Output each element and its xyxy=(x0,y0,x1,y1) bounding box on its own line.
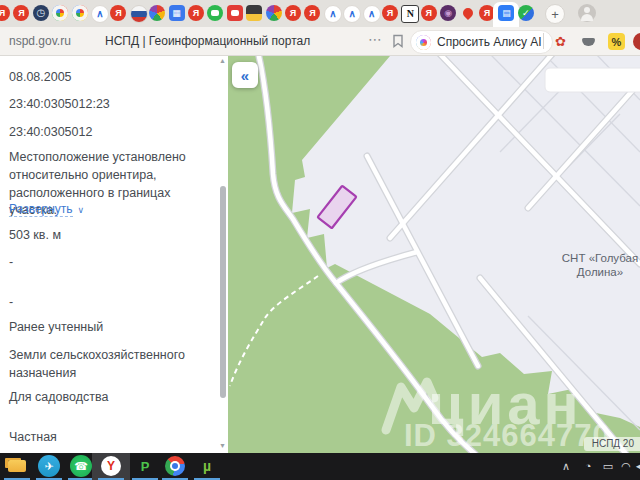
snt-label-line2: Долина» xyxy=(577,266,623,278)
alice-label: Спросить Алису AI xyxy=(437,35,542,49)
field-cadastral-quarter: 23:40:0305012 xyxy=(9,124,214,142)
ext-tray-app-icon[interactable] xyxy=(580,33,597,50)
alice-icon xyxy=(416,35,431,50)
watermark-id: ID 324664770 xyxy=(404,418,611,453)
taskbar: ✈☎YPµ∧◔▭◠◄) xyxy=(0,453,640,480)
field-status: Ранее учтенный xyxy=(9,319,214,337)
ext-clipped-icon[interactable] xyxy=(633,33,640,50)
map-search-panel[interactable] xyxy=(545,68,640,92)
scroll-up-icon[interactable]: ▲ xyxy=(219,57,226,64)
field-dash-2: - xyxy=(9,294,214,312)
field-cadastral-number: 23:40:0305012:23 xyxy=(9,96,214,114)
divider xyxy=(543,33,544,49)
tab-yandex-6-icon[interactable]: Я xyxy=(304,5,320,21)
tray-volume-icon[interactable]: ◄) xyxy=(633,458,640,474)
tab-green-shield-icon[interactable]: ✓ xyxy=(518,5,534,21)
screen: + ЯЯ◷∧Я▦ЯЯЯ∧∧∧ЯNЯ◉Я▤✓ nspd.gov.ru НСПД |… xyxy=(0,0,640,480)
tab-russia-flag-icon[interactable] xyxy=(130,5,148,23)
tab-nspd-active-icon[interactable]: ▤ xyxy=(498,5,514,21)
tray-wifi-icon[interactable]: ◠ xyxy=(618,458,634,474)
tab-peak-4-icon[interactable]: ∧ xyxy=(363,5,381,23)
tab-clock-icon[interactable]: ◷ xyxy=(33,5,49,21)
tab-yellow-folder-icon[interactable] xyxy=(246,5,262,21)
ask-alice-button[interactable]: Спросить Алису AI xyxy=(410,30,553,54)
tab-yandex-5-icon[interactable]: Я xyxy=(285,5,301,21)
field-dash-1: - xyxy=(9,254,214,272)
snt-label-line1: СНТ «Голубая xyxy=(562,252,638,264)
tab-dots-2-icon[interactable] xyxy=(72,5,88,21)
tab-pinwheel-1-icon[interactable] xyxy=(149,5,165,21)
app-utorrent-icon[interactable]: µ xyxy=(196,455,218,477)
app-yandex-browser-icon[interactable]: Y xyxy=(101,456,121,476)
tab-notion-icon[interactable]: N xyxy=(401,5,419,23)
ext-flower-icon[interactable]: ✿ xyxy=(552,33,569,50)
scrollbar-thumb[interactable] xyxy=(220,186,226,398)
page-title: НСПД | Геоинформационный портал xyxy=(105,34,310,48)
tray-app-icon[interactable]: ◔ xyxy=(580,458,596,474)
address-bar[interactable]: nspd.gov.ru xyxy=(9,34,71,48)
ext-percent-icon[interactable]: % xyxy=(608,33,625,50)
collapse-sidebar-button[interactable]: « xyxy=(232,62,258,88)
tab-peak-2-icon[interactable]: ∧ xyxy=(324,5,342,23)
tab-red-pin-icon[interactable] xyxy=(460,5,476,21)
tab-blue-grid-icon[interactable]: ▦ xyxy=(169,5,185,21)
tab-yandex-2-icon[interactable]: Я xyxy=(13,5,29,21)
bookmark-icon[interactable] xyxy=(392,34,404,52)
map-layers: СНТ «Голубая Долина» циан ID 324664770 xyxy=(228,56,640,453)
app-p-green-icon[interactable]: P xyxy=(134,455,156,477)
tab-yandex-1-icon[interactable]: Я xyxy=(0,5,10,21)
tab-yandex-3-icon[interactable]: Я xyxy=(110,5,126,21)
more-menu-button[interactable]: ⋯ xyxy=(368,31,383,47)
tab-red-chat-icon[interactable] xyxy=(227,5,243,21)
app-explorer-icon[interactable] xyxy=(6,455,28,477)
map-canvas[interactable]: СНТ «Голубая Долина» циан ID 324664770 «… xyxy=(228,56,640,453)
field-ownership: Частная xyxy=(9,429,214,447)
tray-chevron-up-icon[interactable]: ∧ xyxy=(558,458,574,474)
expand-link[interactable]: Развернуть∨ xyxy=(9,202,84,216)
tab-yandex-8-icon[interactable]: Я xyxy=(421,5,437,21)
tab-strip: + ЯЯ◷∧Я▦ЯЯЯ∧∧∧ЯNЯ◉Я▤✓ xyxy=(0,0,640,27)
field-area: 503 кв. м xyxy=(9,227,214,245)
tab-peak-1-icon[interactable]: ∧ xyxy=(91,5,109,23)
tab-yandex-7-icon[interactable]: Я xyxy=(382,5,398,21)
app-chrome-icon[interactable] xyxy=(165,456,185,476)
app-telegram-icon[interactable]: ✈ xyxy=(38,455,60,477)
field-date: 08.08.2005 xyxy=(9,69,214,87)
tab-dots-1-icon[interactable] xyxy=(52,5,68,21)
chevron-down-icon: ∨ xyxy=(78,205,85,215)
expand-label: Развернуть xyxy=(9,202,73,217)
tray-display-icon[interactable]: ▭ xyxy=(600,458,616,474)
field-land-category: Земли сельскохозяйственного назначения xyxy=(9,347,214,383)
app-whatsapp-icon[interactable]: ☎ xyxy=(70,455,92,477)
map-attribution: НСПД 20 xyxy=(584,437,640,451)
field-permitted-use: Для садоводства xyxy=(9,389,214,407)
tab-pinwheel-2-icon[interactable] xyxy=(266,5,282,21)
new-tab-button[interactable]: + xyxy=(545,4,565,24)
profile-avatar[interactable] xyxy=(578,4,596,22)
tab-yandex-4-icon[interactable]: Я xyxy=(188,5,204,21)
browser-content: 08.08.2005 23:40:0305012:23 23:40:030501… xyxy=(0,56,640,453)
address-row: nspd.gov.ru НСПД | Геоинформационный пор… xyxy=(0,27,640,56)
tab-peak-3-icon[interactable]: ∧ xyxy=(343,5,361,23)
scroll-down-icon[interactable]: ▼ xyxy=(219,442,226,449)
tab-purple-cam-icon[interactable]: ◉ xyxy=(440,5,456,21)
tab-green-chat-icon[interactable] xyxy=(207,5,223,21)
parcel-info-sidebar: 08.08.2005 23:40:0305012:23 23:40:030501… xyxy=(0,56,228,453)
